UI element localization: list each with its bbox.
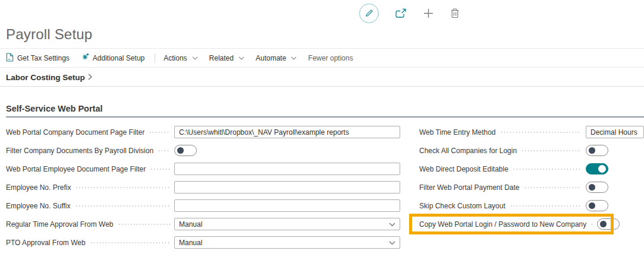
field-label: Employee No. Prefix: [6, 183, 71, 192]
chevron-down-icon: [192, 56, 198, 60]
dotted-leader: [150, 166, 170, 172]
field-label: Web Portal Employee Document Page Filter: [6, 165, 146, 173]
web-time-entry-method-input[interactable]: [586, 126, 644, 138]
field-label: Filter Web Portal Payment Date: [419, 183, 520, 192]
field-label: Skip Check Custom Layout: [419, 202, 505, 210]
field-row-copy-web-portal-login-password-to-new-company: Copy Web Portal Login / Password to New …: [419, 218, 644, 230]
field-label: PTO Approval From Web: [6, 239, 86, 247]
new-plus-icon[interactable]: [423, 8, 434, 19]
control-slot: Manual: [174, 218, 400, 230]
edit-pencil-icon[interactable]: [359, 4, 379, 23]
payroll-setup-page: Payroll Setup Get Tax Settings Additiona…: [0, 0, 644, 257]
chevron-down-icon: [389, 223, 395, 227]
dotted-leader: [524, 185, 582, 191]
control-slot: [597, 218, 644, 230]
field-label: Web Direct Deposit Editable: [419, 165, 508, 173]
dotted-leader: [118, 221, 170, 227]
fields-grid: Web Portal Company Document Page FilterF…: [6, 126, 644, 255]
field-row-filter-web-portal-payment-date: Filter Web Portal Payment Date: [419, 181, 644, 193]
chevron-down-icon: [389, 241, 395, 245]
control-slot: [174, 145, 400, 156]
menu-label: Actions: [164, 54, 187, 62]
toggle-knob: [598, 165, 606, 173]
labor-costing-setup-link[interactable]: Labor Costing Setup: [0, 68, 644, 87]
actions-menu[interactable]: Actions: [164, 54, 197, 62]
field-row-check-all-companies-for-login: Check All Companies for Login: [419, 144, 644, 157]
check-all-companies-for-login-toggle[interactable]: [586, 145, 608, 156]
dotted-leader: [521, 148, 582, 154]
setup-sparkle-icon: [81, 53, 89, 63]
toggle-knob: [589, 202, 595, 209]
selected-value: Manual: [179, 239, 202, 247]
field-label: Employee No. Suffix: [6, 202, 71, 210]
action-label: Additional Setup: [93, 54, 144, 62]
filter-web-portal-payment-date-toggle[interactable]: [586, 182, 608, 193]
field-label: Check All Companies for Login: [419, 147, 517, 155]
action-bar-separator: [155, 53, 155, 63]
toggle-knob: [589, 184, 595, 191]
selected-value: Manual: [179, 220, 202, 229]
control-slot: [174, 126, 400, 138]
control-slot: [586, 200, 644, 211]
web-direct-deposit-editable-toggle[interactable]: [586, 163, 608, 174]
additional-setup-button[interactable]: Additional Setup: [81, 53, 144, 63]
share-icon[interactable]: [395, 8, 407, 18]
action-label: Get Tax Settings: [17, 54, 70, 62]
dotted-leader: [158, 148, 170, 154]
filter-company-documents-by-payroll-division-toggle[interactable]: [174, 145, 197, 156]
top-toolbar: [0, 0, 644, 26]
related-menu[interactable]: Related: [209, 54, 244, 62]
regular-time-approval-from-web-select[interactable]: Manual: [174, 218, 400, 230]
field-row-web-portal-employee-document-page-filter: Web Portal Employee Document Page Filter: [6, 163, 400, 175]
pto-approval-from-web-select[interactable]: Manual: [174, 236, 400, 249]
field-row-skip-check-custom-layout: Skip Check Custom Layout: [419, 199, 644, 212]
chevron-right-icon: [88, 73, 92, 82]
copy-web-portal-login-password-to-new-company-toggle[interactable]: [597, 218, 620, 230]
field-row-employee-no-suffix: Employee No. Suffix: [6, 199, 400, 212]
part-label: Labor Costing Setup: [6, 73, 85, 82]
section-title: Self-Service Web Portal: [6, 104, 644, 118]
web-portal-employee-document-page-filter-input[interactable]: [174, 163, 400, 175]
action-bar: Get Tax Settings Additional Setup Action…: [0, 49, 644, 68]
document-icon: [6, 53, 14, 64]
dotted-leader: [500, 129, 582, 135]
skip-check-custom-layout-toggle[interactable]: [586, 200, 608, 211]
control-slot: [174, 199, 400, 212]
chevron-down-icon: [238, 56, 244, 60]
control-slot: [174, 163, 400, 175]
field-label: Regular Time Approval From Web: [6, 220, 114, 229]
control-slot: Manual: [174, 236, 400, 249]
toggle-knob: [177, 147, 184, 154]
control-slot: [174, 181, 400, 193]
employee-no-prefix-input[interactable]: [174, 181, 400, 193]
field-row-web-time-entry-method: Web Time Entry Method: [419, 126, 644, 138]
employee-no-suffix-input[interactable]: [174, 199, 400, 212]
control-slot: [586, 163, 644, 174]
dotted-leader: [513, 166, 582, 172]
field-label: Web Time Entry Method: [419, 128, 496, 137]
field-label: Filter Company Documents By Payroll Divi…: [6, 147, 153, 155]
menu-label: Related: [209, 54, 234, 62]
toggle-knob: [600, 221, 607, 227]
control-slot: [586, 182, 644, 193]
dotted-leader: [75, 203, 171, 209]
field-row-web-direct-deposit-editable: Web Direct Deposit Editable: [419, 163, 644, 175]
field-row-filter-company-documents-by-payroll-division: Filter Company Documents By Payroll Divi…: [6, 144, 400, 157]
delete-trash-icon[interactable]: [450, 8, 460, 18]
field-label: Web Portal Company Document Page Filter: [6, 128, 144, 137]
automate-menu[interactable]: Automate: [256, 54, 297, 62]
field-row-pto-approval-from-web: PTO Approval From WebManual: [6, 236, 400, 249]
control-slot: [586, 126, 644, 138]
control-slot: [586, 145, 644, 156]
field-row-regular-time-approval-from-web: Regular Time Approval From WebManual: [6, 218, 400, 230]
fields-column-right: Web Time Entry MethodCheck All Companies…: [419, 126, 644, 255]
page-title: Payroll Setup: [6, 26, 644, 43]
web-portal-company-document-page-filter-input[interactable]: [174, 126, 400, 138]
dotted-leader: [90, 240, 170, 246]
dotted-leader: [149, 129, 170, 135]
get-tax-settings-button[interactable]: Get Tax Settings: [6, 53, 70, 64]
field-row-employee-no-prefix: Employee No. Prefix: [6, 181, 400, 193]
self-service-web-portal-section: Self-Service Web Portal Web Portal Compa…: [0, 87, 644, 255]
fewer-options-button[interactable]: Fewer options: [308, 54, 353, 62]
field-label: Copy Web Portal Login / Password to New …: [419, 220, 586, 229]
